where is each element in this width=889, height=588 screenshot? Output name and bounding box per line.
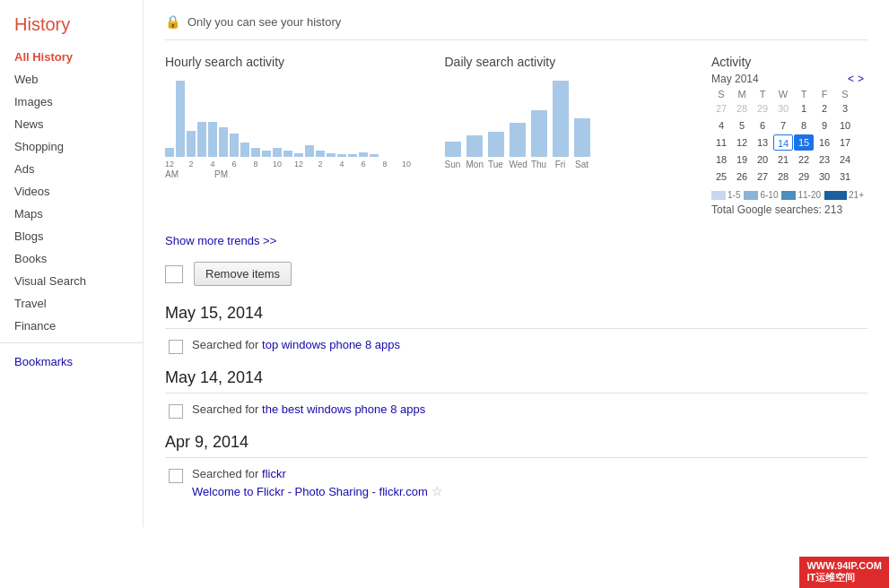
sidebar-item-news[interactable]: News	[0, 113, 143, 135]
hourly-bar	[348, 154, 357, 157]
daily-x-label: Mon	[466, 160, 483, 169]
calendar-day[interactable]: 16	[815, 134, 834, 151]
show-more-trends-link[interactable]: Show more trends >>	[165, 234, 276, 247]
daily-chart-block: Daily search activity SunMonTueWedThuFri…	[418, 55, 698, 216]
calendar-prev-button[interactable]: <	[848, 73, 854, 85]
sidebar-item-all-history[interactable]: All History	[0, 46, 143, 68]
daily-x-label: Sun	[445, 160, 461, 169]
search-link[interactable]: the best windows phone 8 apps	[262, 402, 425, 416]
calendar-day[interactable]: 27	[753, 169, 772, 185]
calendar-day[interactable]: 23	[815, 151, 834, 168]
calendar-next-button[interactable]: >	[858, 73, 864, 85]
sidebar-title: History	[0, 11, 143, 46]
calendar-day[interactable]: 2	[815, 100, 834, 117]
hourly-x-label: 12	[165, 160, 174, 169]
search-link[interactable]: top windows phone 8 apps	[262, 338, 400, 351]
sidebar-item-ads[interactable]: Ads	[0, 158, 143, 180]
calendar-day[interactable]: 26	[732, 169, 752, 185]
calendar-day[interactable]: 6	[753, 117, 772, 134]
activity-section: Activity May 2014 < > SMTWTFS27282930123…	[697, 55, 867, 216]
calendar-day[interactable]: 30	[815, 169, 834, 185]
calendar-day[interactable]: 8	[794, 117, 814, 134]
header-privacy-text: Only you can see your history	[187, 15, 341, 29]
calendar-day[interactable]: 14	[773, 134, 793, 151]
hourly-bar	[337, 154, 346, 157]
calendar-day[interactable]: 28	[732, 100, 752, 117]
sidebar-item-web[interactable]: Web	[0, 68, 143, 91]
hourly-x-label	[327, 160, 336, 169]
calendar-day[interactable]: 13	[753, 134, 772, 151]
hourly-bar	[273, 148, 282, 157]
calendar-day[interactable]: 10	[835, 117, 855, 134]
hourly-x-label: 2	[187, 160, 196, 169]
sidebar-item-blogs[interactable]: Blogs	[0, 225, 143, 247]
calendar-day[interactable]: 27	[711, 100, 731, 117]
calendar-day[interactable]: 21	[773, 151, 793, 168]
legend-label: 6-10	[760, 190, 778, 200]
item-checkbox[interactable]	[169, 469, 183, 483]
hourly-x-label: 10	[402, 160, 411, 169]
calendar-day[interactable]: 25	[711, 169, 731, 185]
calendar-day[interactable]: 1	[794, 100, 814, 117]
history-item: Searched for the best windows phone 8 ap…	[165, 402, 867, 419]
sidebar-item-videos[interactable]: Videos	[0, 180, 143, 203]
calendar-day[interactable]: 9	[815, 117, 834, 134]
hourly-chart-block: Hourly search activity 1224681012246810 …	[165, 55, 418, 216]
hourly-x-label: 4	[208, 160, 217, 169]
sidebar-item-images[interactable]: Images	[0, 91, 143, 113]
calendar-day[interactable]: 17	[835, 134, 855, 151]
hourly-bar	[262, 151, 271, 157]
legend-item: 21+	[824, 190, 864, 200]
main-content: 🔒 Only you can see your history Hourly s…	[144, 0, 889, 527]
calendar-day[interactable]: 20	[753, 151, 772, 168]
date-heading: Apr 9, 2014	[165, 433, 867, 458]
calendar-day[interactable]: 29	[794, 169, 814, 185]
date-section: May 14, 2014Searched for the best window…	[165, 368, 867, 419]
calendar-day[interactable]: 31	[835, 169, 855, 185]
sidebar-item-maps[interactable]: Maps	[0, 203, 143, 225]
sub-result-link[interactable]: Welcome to Flickr - Photo Sharing - flic…	[192, 485, 428, 498]
calendar-day[interactable]: 5	[732, 117, 752, 134]
calendar-day[interactable]: 22	[794, 151, 814, 168]
sidebar-item-shopping[interactable]: Shopping	[0, 135, 143, 158]
hourly-x-label	[305, 160, 314, 169]
calendar-day[interactable]: 24	[835, 151, 855, 168]
sidebar-item-bookmarks[interactable]: Bookmarks	[0, 350, 143, 373]
calendar-header: May 2014 < >	[711, 73, 864, 85]
remove-items-button[interactable]: Remove items	[194, 262, 292, 286]
sidebar-item-travel[interactable]: Travel	[0, 292, 143, 315]
hourly-bar	[251, 148, 260, 157]
item-checkbox[interactable]	[169, 340, 183, 354]
date-section: Apr 9, 2014Searched for flickrWelcome to…	[165, 433, 867, 498]
hourly-x-label: 2	[316, 160, 325, 169]
hourly-x-label: 12	[294, 160, 303, 169]
search-link[interactable]: flickr	[262, 467, 286, 480]
select-all-checkbox[interactable]	[165, 265, 183, 283]
hourly-bar	[316, 151, 325, 157]
calendar-day[interactable]: 28	[773, 169, 793, 185]
calendar-day[interactable]: 11	[711, 134, 731, 151]
hourly-bar	[219, 127, 228, 157]
calendar-day[interactable]: 30	[773, 100, 793, 117]
sidebar-item-books[interactable]: Books	[0, 247, 143, 270]
charts-section: Hourly search activity 1224681012246810 …	[165, 55, 867, 216]
calendar-day[interactable]: 4	[711, 117, 731, 134]
calendar-day[interactable]: 3	[835, 100, 855, 117]
calendar-day[interactable]: 19	[732, 151, 752, 168]
hourly-x-label	[197, 160, 206, 169]
sidebar-divider	[0, 342, 143, 343]
item-checkbox[interactable]	[169, 404, 183, 419]
legend-item: 6-10	[744, 190, 778, 200]
hourly-x-label: 4	[337, 160, 346, 169]
history-item: Searched for flickrWelcome to Flickr - P…	[165, 467, 867, 498]
calendar-day[interactable]: 12	[732, 134, 752, 151]
calendar-day[interactable]: 15	[794, 134, 814, 151]
calendar-day[interactable]: 7	[773, 117, 793, 134]
sidebar-item-visual-search[interactable]: Visual Search	[0, 270, 143, 292]
calendar-day-header: T	[753, 89, 772, 99]
hourly-x-label: 6	[230, 160, 239, 169]
calendar-day[interactable]: 29	[753, 100, 772, 117]
sidebar-item-finance[interactable]: Finance	[0, 315, 143, 337]
star-icon[interactable]: ☆	[431, 484, 443, 498]
calendar-day[interactable]: 18	[711, 151, 731, 168]
